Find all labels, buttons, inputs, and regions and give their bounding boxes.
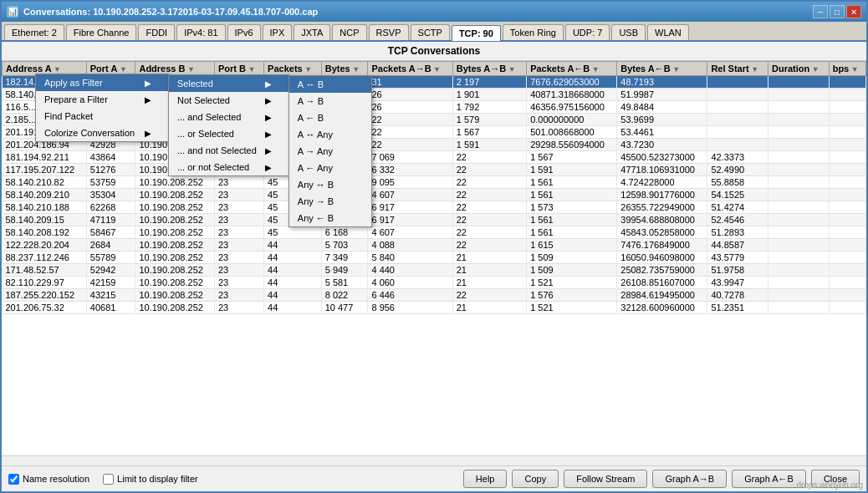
prepare-filter-item[interactable]: Prepare a Filter ▶ bbox=[36, 91, 168, 108]
table-cell: 10.190.208.252 bbox=[135, 289, 215, 302]
dir-a-from-b[interactable]: A ← B bbox=[289, 109, 371, 126]
dir-a-to-any[interactable]: A → Any bbox=[289, 143, 371, 160]
tab-usb[interactable]: USB bbox=[611, 24, 646, 40]
dir-any-to-b[interactable]: Any → B bbox=[289, 193, 371, 210]
window-close-button[interactable]: ✕ bbox=[846, 5, 861, 18]
and-selected-label[interactable]: ... and Selected ▶ bbox=[169, 109, 288, 125]
tab-ipx[interactable]: IPX bbox=[263, 24, 293, 40]
table-row[interactable]: 58.140.210.825375910.190.208.252234510 6… bbox=[3, 176, 866, 189]
col-packets-ba[interactable]: Packets A←B bbox=[527, 62, 617, 76]
table-cell: 2684 bbox=[86, 239, 135, 252]
minimize-button[interactable]: ─ bbox=[813, 5, 828, 18]
apply-filter-submenu[interactable]: Selected ▶ A ↔ B A → B A ← B A ↔ Any A → bbox=[168, 74, 289, 176]
table-row[interactable]: 122.228.20.204268410.190.208.25223445 70… bbox=[3, 239, 866, 252]
table-cell: 49.8484 bbox=[617, 101, 707, 114]
tab-ncp[interactable]: NCP bbox=[332, 24, 366, 40]
table-cell: 45500.523273000 bbox=[617, 151, 707, 164]
table-cell bbox=[829, 201, 865, 214]
table-container[interactable]: Address A Port A Address B Port B Packet… bbox=[2, 61, 866, 455]
table-cell bbox=[768, 264, 830, 277]
table-cell: 1 509 bbox=[527, 264, 617, 277]
table-row[interactable]: 58.140.209.154711910.190.208.25223458 47… bbox=[3, 214, 866, 226]
table-cell bbox=[829, 302, 865, 314]
dir-a-any[interactable]: A ↔ Any bbox=[289, 126, 371, 143]
tab-fibre-channe[interactable]: Fibre Channe bbox=[66, 24, 137, 40]
or-selected-label[interactable]: ... or Selected ▶ bbox=[169, 125, 288, 142]
tab-tcp--90[interactable]: TCP: 90 bbox=[452, 25, 501, 41]
tab-fddi[interactable]: FDDI bbox=[138, 24, 175, 40]
horizontal-scrollbar[interactable] bbox=[2, 455, 866, 465]
col-duration[interactable]: Duration bbox=[768, 62, 830, 76]
col-bps[interactable]: bps bbox=[829, 62, 865, 76]
tab-ethernet--2[interactable]: Ethernet: 2 bbox=[4, 24, 64, 40]
name-resolution-checkbox[interactable] bbox=[8, 474, 19, 485]
col-packets[interactable]: Packets bbox=[264, 62, 322, 76]
or-selected-arrow: ▶ bbox=[265, 130, 272, 139]
col-packets-ab[interactable]: Packets A→B bbox=[368, 62, 452, 76]
table-row[interactable]: 82.110.229.974215910.190.208.25223445 58… bbox=[3, 277, 866, 289]
table-cell: 187.255.220.152 bbox=[3, 289, 87, 302]
tab-udp--7[interactable]: UDP: 7 bbox=[565, 24, 610, 40]
selected-arrow: ▶ bbox=[265, 79, 272, 89]
title-bar: 📊 Conversations: 10.190.208.252-3.172016… bbox=[2, 2, 866, 22]
colorize-item[interactable]: Colorize Conversation ▶ bbox=[36, 125, 168, 141]
table-cell: 23 bbox=[215, 289, 264, 302]
table-cell bbox=[829, 114, 865, 126]
follow-stream-button[interactable]: Follow Stream bbox=[564, 470, 647, 488]
col-port-b[interactable]: Port B bbox=[215, 62, 264, 76]
or-not-selected-label[interactable]: ... or not Selected ▶ bbox=[169, 159, 288, 175]
selected-item[interactable]: Selected ▶ A ↔ B A → B A ← B A ↔ Any A → bbox=[169, 75, 288, 92]
and-not-selected-label[interactable]: ... and not Selected ▶ bbox=[169, 142, 288, 159]
help-button[interactable]: Help bbox=[463, 470, 508, 488]
tab-ipv6[interactable]: IPv6 bbox=[227, 24, 261, 40]
table-row[interactable]: 58.140.210.1886226810.190.208.25223458 4… bbox=[3, 201, 866, 214]
graph-ab-button[interactable]: Graph A→B bbox=[652, 470, 727, 488]
dir-a-from-any[interactable]: A ← Any bbox=[289, 160, 371, 176]
selected-label[interactable]: Selected ▶ bbox=[169, 75, 288, 92]
context-menu[interactable]: Apply as Filter ▶ Selected ▶ bbox=[35, 74, 169, 142]
title-bar-left: 📊 Conversations: 10.190.208.252-3.172016… bbox=[7, 6, 318, 18]
table-row[interactable]: 171.48.52.575294210.190.208.25223445 949… bbox=[3, 264, 866, 277]
tab-sctp[interactable]: SCTP bbox=[411, 24, 450, 40]
dir-any-from-b[interactable]: Any ← B bbox=[289, 210, 371, 226]
dir-any-b[interactable]: Any ↔ B bbox=[289, 176, 371, 193]
apply-as-filter-item[interactable]: Apply as Filter ▶ Selected ▶ bbox=[36, 74, 168, 91]
maximize-button[interactable]: □ bbox=[830, 5, 845, 18]
tab-wlan[interactable]: WLAN bbox=[647, 24, 689, 40]
table-row[interactable]: 88.237.112.2465578910.190.208.25223447 3… bbox=[3, 252, 866, 264]
tab-rsvp[interactable]: RSVP bbox=[369, 24, 409, 40]
dir-a-to-b[interactable]: A → B bbox=[289, 93, 371, 109]
table-row[interactable]: 187.255.220.1524321510.190.208.25223448 … bbox=[3, 289, 866, 302]
table-cell: 9 095 bbox=[368, 176, 452, 189]
direction-submenu[interactable]: A ↔ B A → B A ← B A ↔ Any A → Any A ← An… bbox=[288, 75, 372, 227]
apply-as-filter-label[interactable]: Apply as Filter ▶ bbox=[36, 74, 168, 91]
tab-ipv4--81[interactable]: IPv4: 81 bbox=[176, 24, 225, 40]
not-selected-label[interactable]: Not Selected ▶ bbox=[169, 92, 288, 109]
table-row[interactable]: 58.140.208.1925846710.190.208.25223456 1… bbox=[3, 226, 866, 239]
table-cell: 44 bbox=[264, 252, 322, 264]
col-rel-start[interactable]: Rel Start bbox=[707, 62, 768, 76]
table-cell: 7 349 bbox=[321, 252, 368, 264]
tab-token-ring[interactable]: Token Ring bbox=[503, 24, 564, 40]
col-bytes-ba[interactable]: Bytes A←B bbox=[617, 62, 707, 76]
prepare-filter-arrow: ▶ bbox=[145, 95, 151, 104]
table-cell: 23 bbox=[215, 226, 264, 239]
col-bytes[interactable]: Bytes bbox=[321, 62, 368, 76]
table-row[interactable]: 58.140.209.2103530410.190.208.25223456 1… bbox=[3, 189, 866, 201]
table-row[interactable]: 117.195.207.1225127610.190.208.25223467 … bbox=[3, 164, 866, 176]
table-cell: 39954.688808000 bbox=[617, 214, 707, 226]
table-cell: 0.000000000 bbox=[527, 114, 617, 126]
table-row[interactable]: 181.194.92.2114386410.190.208.25223468 6… bbox=[3, 151, 866, 164]
tab-jxta[interactable]: JXTA bbox=[294, 24, 330, 40]
table-cell: 1 573 bbox=[527, 201, 617, 214]
col-bytes-ab[interactable]: Bytes A→B bbox=[452, 62, 526, 76]
find-packet-item[interactable]: Find Packet bbox=[36, 108, 168, 125]
graph-ba-button[interactable]: Graph A←B bbox=[732, 470, 806, 488]
dir-a-b[interactable]: A ↔ B bbox=[289, 76, 371, 93]
limit-filter-checkbox[interactable] bbox=[103, 474, 114, 485]
table-cell: 10.190.208.252 bbox=[135, 201, 215, 214]
table-row[interactable]: 201.206.75.324068110.190.208.252234410 4… bbox=[3, 302, 866, 314]
copy-button[interactable]: Copy bbox=[512, 470, 559, 488]
table-cell: 44.8587 bbox=[707, 239, 768, 252]
table-cell: 4.724228000 bbox=[617, 176, 707, 189]
